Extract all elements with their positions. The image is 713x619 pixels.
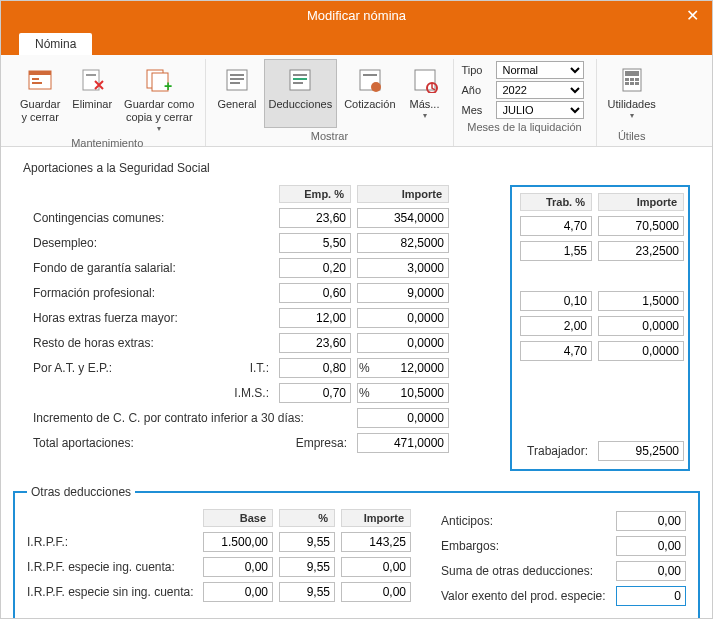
cotizacion-icon xyxy=(354,64,386,96)
lbl-total: Total aportaciones: xyxy=(23,436,273,450)
lbl-esp-sin: I.R.P.F. especie sin ing. cuenta: xyxy=(27,585,197,599)
resto-trab-imp[interactable] xyxy=(598,341,684,361)
tipo-select[interactable]: Normal xyxy=(496,61,584,79)
anticipos-val[interactable] xyxy=(616,511,686,531)
cotizacion-button[interactable]: Cotización xyxy=(339,59,400,128)
irpf-pct[interactable] xyxy=(279,532,335,552)
mes-label: Mes xyxy=(462,104,490,116)
esp-ing-base[interactable] xyxy=(203,557,273,577)
contingencias-emp-pct[interactable] xyxy=(279,208,351,228)
hefm-trab-imp[interactable] xyxy=(598,316,684,336)
contingencias-trab-imp[interactable] xyxy=(598,216,684,236)
close-icon: ✕ xyxy=(686,6,699,25)
svg-point-19 xyxy=(371,82,381,92)
irpf-base[interactable] xyxy=(203,532,273,552)
mes-select[interactable]: JULIO xyxy=(496,101,584,119)
incremento-importe[interactable] xyxy=(357,408,449,428)
lbl-at: Por A.T. y E.P.: xyxy=(23,361,213,375)
lbl-valor-exento: Valor exento del prod. especie: xyxy=(441,589,610,603)
eliminar-button[interactable]: Eliminar xyxy=(67,59,117,135)
hdr-trab-importe: Importe xyxy=(598,193,684,211)
esp-sin-base[interactable] xyxy=(203,582,273,602)
mas-icon xyxy=(409,64,441,96)
svg-rect-3 xyxy=(32,82,42,84)
esp-ing-importe[interactable] xyxy=(341,557,411,577)
deducciones-icon xyxy=(284,64,316,96)
mas-button[interactable]: Más... ▾ xyxy=(403,59,447,128)
lbl-it: I.T.: xyxy=(213,361,273,375)
svg-rect-15 xyxy=(293,78,307,80)
window-title: Modificar nómina xyxy=(307,8,406,23)
svg-rect-1 xyxy=(29,71,51,75)
save-as-icon: + xyxy=(143,64,175,96)
fgs-importe[interactable] xyxy=(357,258,449,278)
ims-pct[interactable] xyxy=(279,383,351,403)
hefm-emp-pct[interactable] xyxy=(279,308,351,328)
content-area: Aportaciones a la Seguridad Social Emp. … xyxy=(1,147,712,619)
hefm-importe[interactable] xyxy=(357,308,449,328)
formacion-importe[interactable] xyxy=(357,283,449,303)
resto-emp-pct[interactable] xyxy=(279,333,351,353)
ribbon-group-liquidacion: Tipo Normal Año 2022 Mes JULIO Meses de … xyxy=(454,59,597,146)
lbl-hefm: Horas extras fuerza mayor: xyxy=(23,311,273,325)
ribbon: Guardar y cerrar Eliminar + Guardar como… xyxy=(1,55,712,147)
irpf-importe[interactable] xyxy=(341,532,411,552)
contingencias-trab-pct[interactable] xyxy=(520,216,592,236)
embargos-val[interactable] xyxy=(616,536,686,556)
guardar-y-cerrar-button[interactable]: Guardar y cerrar xyxy=(15,59,65,135)
desempleo-trab-pct[interactable] xyxy=(520,241,592,261)
tab-strip: Nómina xyxy=(1,29,712,55)
hefm-trab-pct[interactable] xyxy=(520,316,592,336)
formacion-trab-imp[interactable] xyxy=(598,291,684,311)
svg-rect-14 xyxy=(293,74,307,76)
total-trab-val[interactable] xyxy=(598,441,684,461)
ano-select[interactable]: 2022 xyxy=(496,81,584,99)
utilidades-button[interactable]: Utilidades ▾ xyxy=(603,59,661,128)
contingencias-importe[interactable] xyxy=(357,208,449,228)
hdr-importe2: Importe xyxy=(341,509,411,527)
hdr-base: Base xyxy=(203,509,273,527)
fgs-emp-pct[interactable] xyxy=(279,258,351,278)
cotizacion-label: Cotización xyxy=(344,98,395,111)
desempleo-trab-imp[interactable] xyxy=(598,241,684,261)
calculator-icon xyxy=(616,64,648,96)
general-button[interactable]: General xyxy=(212,59,261,128)
svg-rect-23 xyxy=(625,71,639,76)
desempleo-importe[interactable] xyxy=(357,233,449,253)
guardar-label: Guardar y cerrar xyxy=(20,98,60,124)
svg-rect-28 xyxy=(630,82,634,85)
deducciones-button[interactable]: Deducciones xyxy=(264,59,338,128)
total-empresa-val[interactable] xyxy=(357,433,449,453)
eliminar-label: Eliminar xyxy=(72,98,112,111)
tab-nomina[interactable]: Nómina xyxy=(19,33,92,55)
svg-rect-5 xyxy=(86,74,96,76)
resto-trab-pct[interactable] xyxy=(520,341,592,361)
valor-exento-val[interactable] xyxy=(616,586,686,606)
close-button[interactable]: ✕ xyxy=(672,1,712,29)
ano-label: Año xyxy=(462,84,490,96)
otras-deducciones-box: Otras deducciones Base % Importe I.R.P.F… xyxy=(13,485,700,619)
lbl-contingencias: Contingencias comunes: xyxy=(23,211,273,225)
svg-rect-10 xyxy=(230,74,244,76)
mostrar-group-label: Mostrar xyxy=(311,128,348,146)
guardar-como-button[interactable]: + Guardar como copia y cerrar ▾ xyxy=(119,59,199,135)
esp-sin-importe[interactable] xyxy=(341,582,411,602)
titlebar: Modificar nómina ✕ xyxy=(1,1,712,29)
lbl-formacion: Formación profesional: xyxy=(23,286,273,300)
svg-rect-29 xyxy=(635,82,639,85)
it-pct[interactable] xyxy=(279,358,351,378)
svg-rect-25 xyxy=(630,78,634,81)
mas-label: Más... xyxy=(410,98,440,111)
utiles-group-label: Útiles xyxy=(618,128,646,146)
formacion-emp-pct[interactable] xyxy=(279,283,351,303)
chevron-down-icon: ▾ xyxy=(630,111,634,121)
hdr-pct: % xyxy=(279,509,335,527)
resto-importe[interactable] xyxy=(357,333,449,353)
suma-val[interactable] xyxy=(616,561,686,581)
desempleo-emp-pct[interactable] xyxy=(279,233,351,253)
lbl-anticipos: Anticipos: xyxy=(441,514,610,528)
lbl-ims: I.M.S.: xyxy=(23,386,273,400)
svg-rect-18 xyxy=(363,74,377,76)
esp-sin-pct xyxy=(279,582,335,602)
formacion-trab-pct[interactable] xyxy=(520,291,592,311)
